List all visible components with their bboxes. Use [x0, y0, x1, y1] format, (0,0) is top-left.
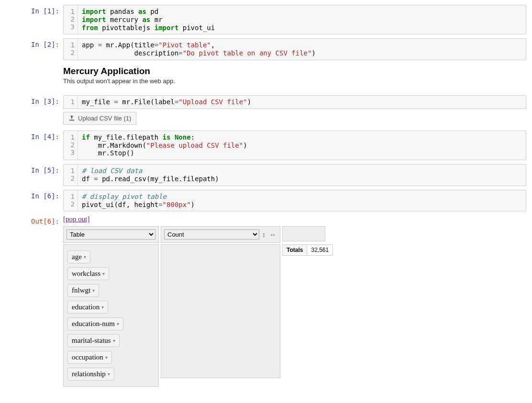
code-text: if my_file.filepath is None: mr.Markdown…: [78, 131, 526, 160]
dropdown-triangle-icon[interactable]: ▾: [113, 338, 115, 343]
cell-4: In [4]: 123 if my_file.filepath is None:…: [6, 131, 526, 160]
unused-fields-zone[interactable]: age▾workclass▾fnlwgt▾education▾education…: [63, 244, 159, 387]
code-text: import pandas as pd import mercury as mr…: [78, 5, 526, 34]
in-prompt-6: In [6]:: [6, 190, 63, 212]
line-gutter: 12: [64, 164, 78, 185]
field-pill-fnlwgt[interactable]: fnlwgt▾: [67, 284, 99, 297]
aggregator-select[interactable]: Count: [164, 229, 259, 240]
field-pill-workclass[interactable]: workclass▾: [67, 267, 109, 280]
output-3: Upload CSV file (1): [63, 109, 526, 127]
field-label: workclass: [72, 270, 100, 278]
code-text: # display pivot table pivot_ui(df, heigh…: [78, 190, 526, 211]
in-prompt-5: In [5]:: [6, 164, 63, 186]
cell-5: In [5]: 12 # load CSV data df = pd.read_…: [6, 164, 526, 186]
renderer-select-cell: Table: [63, 226, 159, 243]
line-gutter: 123: [64, 131, 78, 160]
notebook: In [1]: 123 import pandas as pd import m…: [0, 0, 532, 397]
upload-label: Upload CSV file (1): [78, 115, 131, 122]
row-drop-zone[interactable]: [161, 244, 280, 378]
field-label: occupation: [72, 353, 103, 361]
code-text: # load CSV data df = pd.read_csv(my_file…: [78, 164, 526, 185]
field-pill-age[interactable]: age▾: [67, 251, 90, 263]
renderer-select[interactable]: Table: [66, 229, 155, 240]
line-gutter: 1: [64, 96, 78, 109]
field-pill-relationship[interactable]: relationship▾: [67, 368, 114, 381]
field-label: age: [72, 253, 82, 261]
output-2: Mercury Application This output won't ap…: [63, 60, 526, 91]
dropdown-triangle-icon[interactable]: ▾: [84, 254, 86, 260]
line-gutter: 123: [64, 5, 78, 34]
field-pill-marital-status[interactable]: marital-status▾: [67, 334, 120, 347]
in-prompt-3: In [3]:: [6, 95, 63, 127]
output-6: [pop out] Table Count: [63, 215, 526, 389]
out-prompt-6: Out[6]:: [6, 215, 63, 389]
pivot-result: Totals 32,561: [282, 244, 333, 256]
in-prompt-1: In [1]:: [6, 5, 63, 34]
field-pill-education-num[interactable]: education-num▾: [67, 317, 123, 330]
dropdown-triangle-icon[interactable]: ▾: [105, 355, 108, 360]
code-input-1[interactable]: 123 import pandas as pd import mercury a…: [63, 5, 526, 34]
totals-header: Totals: [283, 245, 307, 256]
pivot-table-ui: Table Count ↕ ↔: [63, 226, 526, 387]
code-input-4[interactable]: 123 if my_file.filepath is None: mr.Mark…: [63, 131, 526, 160]
aggregator-cell: Count ↕ ↔: [161, 226, 280, 243]
upload-button[interactable]: Upload CSV file (1): [63, 112, 136, 125]
sort-rows-icon[interactable]: ↕: [261, 231, 266, 239]
cell-1: In [1]: 123 import pandas as pd import m…: [6, 5, 526, 34]
totals-table: Totals 32,561: [282, 244, 333, 256]
in-prompt-2: In [2]:: [6, 38, 63, 91]
field-label: fnlwgt: [72, 286, 90, 294]
mercury-subtext: This output won't appear in the web app.: [63, 77, 526, 85]
field-label: education-num: [72, 320, 115, 328]
dropdown-triangle-icon[interactable]: ▾: [117, 321, 119, 327]
code-input-2[interactable]: 12 app = mr.App(title="Pivot table", des…: [63, 38, 526, 60]
field-pill-occupation[interactable]: occupation▾: [67, 351, 112, 364]
dropdown-triangle-icon[interactable]: ▾: [92, 288, 95, 293]
cell-out-6: Out[6]: [pop out] Table: [6, 215, 526, 389]
cell-3: In [3]: 1 my_file = mr.File(label="Uploa…: [6, 95, 526, 127]
field-pill-education[interactable]: education▾: [67, 301, 108, 314]
cell-6: In [6]: 12 # display pivot table pivot_u…: [6, 190, 526, 212]
line-gutter: 12: [64, 190, 78, 211]
code-input-3[interactable]: 1 my_file = mr.File(label="Upload CSV fi…: [63, 95, 526, 109]
code-text: app = mr.App(title="Pivot table", descri…: [78, 39, 526, 60]
popout-link[interactable]: [pop out]: [63, 215, 89, 223]
field-label: education: [72, 303, 100, 311]
sort-cols-icon[interactable]: ↔: [268, 231, 277, 239]
dropdown-triangle-icon[interactable]: ▾: [101, 305, 104, 310]
line-gutter: 12: [64, 39, 78, 60]
dropdown-triangle-icon[interactable]: ▾: [108, 371, 110, 377]
code-text: my_file = mr.File(label="Upload CSV file…: [78, 96, 526, 109]
code-input-6[interactable]: 12 # display pivot table pivot_ui(df, he…: [63, 190, 526, 212]
col-drop-zone[interactable]: [282, 226, 325, 241]
field-label: relationship: [72, 370, 106, 378]
cell-2: In [2]: 12 app = mr.App(title="Pivot tab…: [6, 38, 526, 91]
in-prompt-4: In [4]:: [6, 131, 63, 160]
dropdown-triangle-icon[interactable]: ▾: [102, 271, 105, 276]
mercury-heading: Mercury Application: [63, 66, 526, 76]
totals-value: 32,561: [307, 245, 333, 256]
upload-icon: [68, 115, 75, 121]
field-label: marital-status: [72, 337, 111, 345]
code-input-5[interactable]: 12 # load CSV data df = pd.read_csv(my_f…: [63, 164, 526, 186]
